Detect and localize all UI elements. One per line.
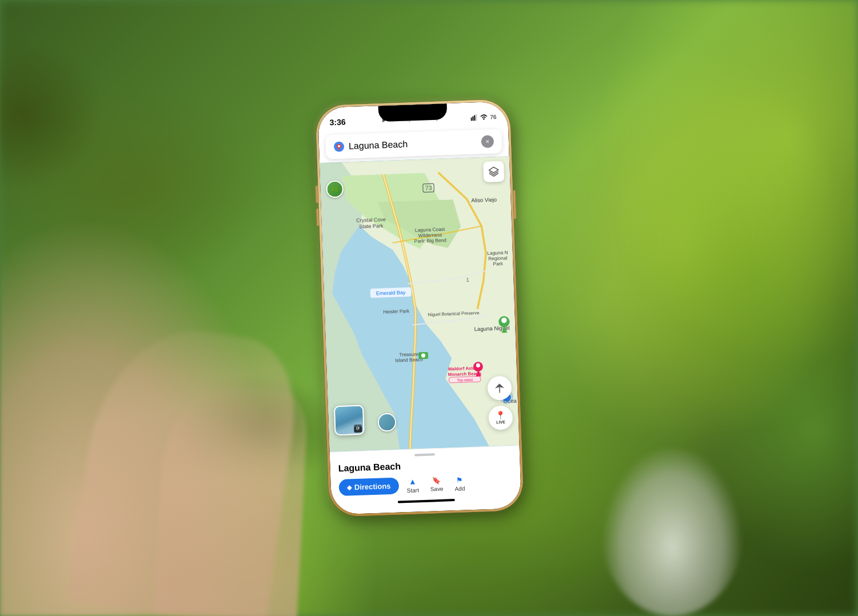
svg-text:Crystal Cove: Crystal Cove — [356, 217, 386, 223]
svg-rect-2 — [474, 115, 475, 121]
add-label: Add — [454, 485, 465, 492]
pot-background — [601, 445, 744, 616]
phone-frame: 3:36 ▶ Turtle Bay Community — [315, 99, 524, 517]
start-label: Start — [406, 487, 418, 494]
svg-text:Park: Big Bend: Park: Big Bend — [414, 237, 446, 244]
svg-rect-0 — [470, 118, 472, 121]
directions-button[interactable]: ◆ Directions — [338, 477, 399, 496]
home-bar — [397, 499, 454, 503]
navigation-icon — [493, 382, 505, 394]
hand-background — [0, 216, 286, 616]
live-label: LIVE — [496, 420, 505, 425]
save-label: Save — [430, 486, 443, 493]
layers-icon — [488, 166, 500, 178]
start-button[interactable]: ▲ Start — [402, 475, 422, 495]
phone-inner: 3:36 ▶ Turtle Bay Community — [317, 101, 521, 514]
svg-rect-3 — [476, 114, 477, 121]
place-title: Laguna Beach — [338, 458, 512, 474]
volume-up-button[interactable] — [315, 186, 318, 203]
svg-text:Heisler Park: Heisler Park — [383, 308, 410, 315]
status-icons: 76 — [470, 113, 497, 121]
svg-text:Aliso Viejo: Aliso Viejo — [471, 196, 497, 203]
battery-percent: 76 — [490, 114, 497, 120]
phone-screen: 3:36 ▶ Turtle Bay Community — [317, 101, 521, 514]
svg-text:1: 1 — [466, 277, 469, 283]
directions-label: Directions — [354, 482, 390, 491]
street-view-thumbnail[interactable]: ⟳ — [333, 405, 364, 436]
map-area[interactable]: 73 1 Crystal Cove State Park Laguna Coas… — [320, 156, 519, 451]
live-pin-icon: 📍 — [495, 411, 505, 420]
bottom-panel: Laguna Beach ◆ Directions ▲ Start — [329, 445, 521, 515]
add-icon: ⚑ — [456, 475, 463, 484]
maps-logo — [333, 141, 344, 152]
signal-icon — [470, 114, 477, 121]
search-left: Laguna Beach — [333, 139, 408, 152]
volume-down-button[interactable] — [316, 209, 318, 226]
search-bar[interactable]: Laguna Beach × — [325, 129, 502, 159]
svg-rect-1 — [472, 117, 473, 121]
add-button[interactable]: ⚑ Add — [450, 474, 468, 493]
drag-handle — [414, 453, 434, 456]
svg-text:73: 73 — [425, 184, 432, 191]
notch — [378, 103, 447, 122]
save-icon: 🔖 — [432, 477, 440, 485]
search-close-button[interactable]: × — [481, 135, 494, 148]
directions-icon: ◆ — [346, 483, 351, 491]
svg-text:Emerald Bay: Emerald Bay — [376, 290, 405, 297]
svg-text:State Park: State Park — [359, 223, 384, 229]
save-button[interactable]: 🔖 Save — [426, 475, 446, 494]
map-layers-button[interactable] — [483, 161, 504, 182]
search-query[interactable]: Laguna Beach — [348, 139, 408, 152]
phone-wrapper: 3:36 ▶ Turtle Bay Community — [315, 99, 524, 517]
status-bar: 3:36 ▶ Turtle Bay Community — [317, 101, 508, 133]
svg-text:Park: Park — [493, 261, 503, 267]
wifi-icon — [480, 114, 488, 120]
photo-marker-1[interactable]: 🌿 — [326, 181, 344, 198]
start-icon: ▲ — [408, 477, 416, 486]
status-time: 3:36 — [329, 117, 346, 127]
